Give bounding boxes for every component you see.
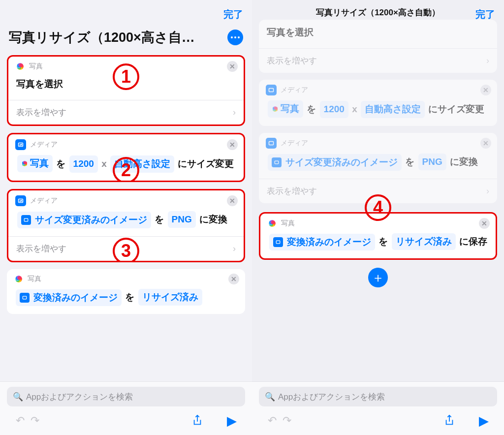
search-input[interactable]: 🔍 Appおよびアクションを検索 <box>259 387 497 406</box>
action-body: サイズ変更済みのイメージ を PNG に変換 <box>8 208 244 236</box>
remove-action-button[interactable]: ✕ <box>228 274 239 284</box>
token-format[interactable]: PNG <box>418 154 446 170</box>
app-label: 写真 <box>281 219 295 228</box>
token-width[interactable]: 1200 <box>320 101 348 118</box>
search-icon: 🔍 <box>13 392 23 402</box>
action-card-1[interactable]: 写真を選択 表示を増やす › <box>259 20 497 73</box>
remove-action-button[interactable]: ✕ <box>227 61 238 72</box>
focused-action-wrap: 4 写真 ✕ 変換済みのイメージ を リサイズ済み に保存 ＋ <box>252 212 504 287</box>
toolbar: ↶ ↷ ▶ <box>7 406 245 433</box>
action-card-3[interactable]: メディア ✕ サイズ変更済みのイメージ を PNG に変換 表示を増やす › 3 <box>7 189 245 262</box>
search-input[interactable]: 🔍 Appおよびアクションを検索 <box>7 387 245 406</box>
app-label: メディア <box>30 140 58 149</box>
action-card-4[interactable]: 写真 ✕ 変換済みのイメージ を リサイズ済み <box>7 269 245 314</box>
remove-action-button[interactable]: ✕ <box>227 195 238 206</box>
title-row: 写真リサイズ（1200×高さ自… <box>0 25 252 55</box>
nav-header: 完了 <box>0 0 252 25</box>
action-card-2[interactable]: メディア ✕ 写真 を 1200 x 自動高さ設定 にサイズ変更 <box>259 80 497 125</box>
action-card-3[interactable]: メディア ✕ サイズ変更済みのイメージ を PNG に変換 表示を増やす › <box>259 133 497 203</box>
token-resized-image[interactable]: サイズ変更済みのイメージ <box>17 212 151 228</box>
token-photo[interactable]: 写真 <box>268 100 303 117</box>
token-height[interactable]: 自動高さ設定 <box>361 101 425 118</box>
action-body: 写真 を 1200 x 自動高さ設定 にサイズ変更 <box>259 97 497 125</box>
svg-rect-7 <box>276 241 280 244</box>
chevron-right-icon: › <box>486 186 489 196</box>
token-width[interactable]: 1200 <box>69 155 98 172</box>
action-body: 写真を選択 <box>259 20 497 48</box>
chevron-right-icon: › <box>486 56 489 66</box>
token-album[interactable]: リサイズ済み <box>392 233 456 250</box>
bottom-bar: 🔍 Appおよびアクションを検索 ↶ ↷ ▶ <box>252 382 504 435</box>
run-button[interactable]: ▶ <box>476 413 491 428</box>
token-converted-image[interactable]: 変換済みのイメージ <box>269 234 375 250</box>
svg-rect-5 <box>269 141 274 145</box>
search-icon: 🔍 <box>265 392 275 402</box>
annotation-1: 1 <box>113 63 139 90</box>
expand-row[interactable]: 表示を増やす › <box>8 100 244 124</box>
action-card-2[interactable]: メディア ✕ 写真 を 1200 x 自動高さ設定 にサイズ変更 2 <box>7 133 245 182</box>
bottom-bar: 🔍 Appおよびアクションを検索 ↶ ↷ ▶ <box>0 382 252 435</box>
remove-action-button[interactable]: ✕ <box>480 138 491 149</box>
token-converted-image[interactable]: 変換済みのイメージ <box>16 289 122 306</box>
actions-list: 写真 ✕ 写真を選択 表示を増やす › 1 メディア ✕ 写真 を 120 <box>0 55 252 314</box>
app-label: メディア <box>281 139 308 148</box>
left-screenshot: 完了 写真リサイズ（1200×高さ自… 写真 ✕ 写真を選択 表示を増やす › … <box>0 0 252 435</box>
add-action-button[interactable]: ＋ <box>368 268 388 287</box>
app-label: 写真 <box>29 62 43 71</box>
photos-icon <box>15 62 25 71</box>
token-format[interactable]: PNG <box>168 211 196 228</box>
right-screenshot: 写真リサイズ（1200×高さ自動） 完了 写真を選択 表示を増やす › メディア… <box>252 0 504 435</box>
media-icon <box>15 195 26 206</box>
token-album[interactable]: リサイズ済み <box>138 289 202 306</box>
svg-rect-2 <box>24 218 28 221</box>
remove-action-button[interactable]: ✕ <box>479 218 490 229</box>
media-icon <box>15 139 26 150</box>
svg-rect-6 <box>275 161 279 164</box>
redo-button[interactable]: ↷ <box>28 413 42 428</box>
token-photo[interactable]: 写真 <box>17 155 53 172</box>
app-label: メディア <box>281 86 308 94</box>
action-body: サイズ変更済みのイメージ を PNG に変換 <box>259 151 497 179</box>
svg-rect-4 <box>269 89 274 92</box>
done-button[interactable]: 完了 <box>475 8 495 21</box>
remove-action-button[interactable]: ✕ <box>227 139 238 150</box>
chevron-right-icon: › <box>233 107 236 118</box>
undo-button[interactable]: ↶ <box>13 413 28 428</box>
remove-action-button[interactable]: ✕ <box>480 85 491 95</box>
header-title: 写真リサイズ（1200×高さ自動） <box>252 7 504 18</box>
app-label: メディア <box>30 196 58 205</box>
expand-row[interactable]: 表示を増やす › <box>259 48 497 73</box>
app-label: 写真 <box>28 275 41 283</box>
shortcut-title: 写真リサイズ（1200×高さ自… <box>9 29 222 46</box>
annotation-2: 2 <box>113 157 139 182</box>
action-card-1[interactable]: 写真 ✕ 写真を選択 表示を増やす › 1 <box>7 55 245 126</box>
redo-button[interactable]: ↷ <box>280 413 294 428</box>
svg-rect-3 <box>23 296 27 299</box>
photos-icon <box>14 274 24 284</box>
more-button[interactable] <box>227 30 243 45</box>
share-button[interactable] <box>190 413 205 428</box>
share-button[interactable] <box>442 413 457 428</box>
undo-button[interactable]: ↶ <box>265 413 280 428</box>
media-icon <box>266 138 277 149</box>
annotation-4: 4 <box>365 194 391 221</box>
action-body: 変換済みのイメージ を リサイズ済み に保存 <box>260 230 496 258</box>
actions-list-dimmed: 写真を選択 表示を増やす › メディア ✕ 写真 を 1200 x 自動高さ設定… <box>252 20 504 203</box>
done-button[interactable]: 完了 <box>223 8 243 21</box>
chevron-right-icon: › <box>233 244 236 254</box>
token-resized-image[interactable]: サイズ変更済みのイメージ <box>268 154 402 171</box>
run-button[interactable]: ▶ <box>224 413 239 428</box>
media-icon <box>266 85 277 95</box>
annotation-3: 3 <box>113 238 139 262</box>
toolbar: ↶ ↷ ▶ <box>259 406 497 433</box>
photos-icon <box>267 218 277 228</box>
action-body: 変換済みのイメージ を リサイズ済み <box>7 286 245 314</box>
